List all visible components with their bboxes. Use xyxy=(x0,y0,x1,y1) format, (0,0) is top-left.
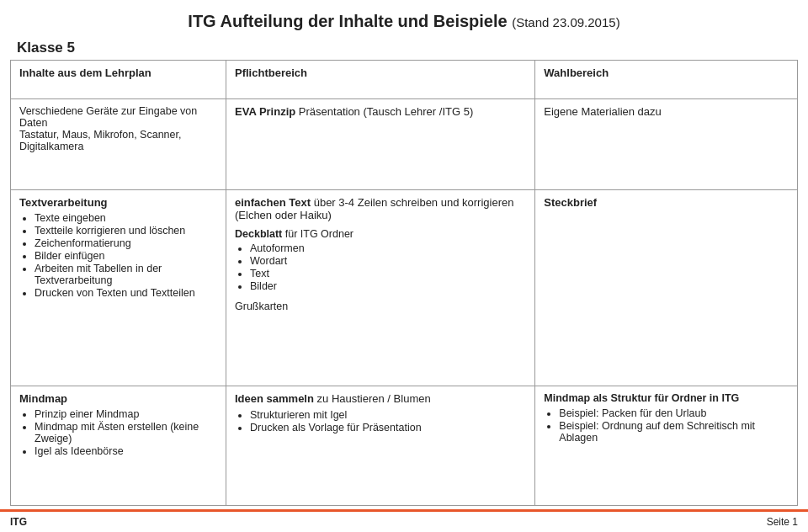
textverarbeitung-list: Texte eingeben Textteile korrigieren und… xyxy=(19,212,217,299)
list-item: Texte eingeben xyxy=(35,212,217,224)
mindmap-pflicht-cell: Ideen sammeln zu Haustieren / Blumen Str… xyxy=(226,386,535,506)
list-item: Zeichenformatierung xyxy=(35,237,217,249)
geraete-wahl-cell: Eigene Materialien dazu xyxy=(535,98,798,189)
mindmap-wahl-cell: Mindmap als Struktur für Ordner in ITG B… xyxy=(535,386,798,506)
list-item: Bilder xyxy=(250,280,526,292)
geraete-sub: Tastatur, Maus, Mikrofon, Scanner, Digit… xyxy=(19,129,217,152)
footer-right-text: Seite 1 xyxy=(767,516,798,528)
klasse-label: Klasse 5 xyxy=(0,36,808,60)
geraete-pflicht-cell: EVA Prinzip Präsentation (Tausch Lehrer … xyxy=(226,98,535,189)
content-table: Inhalte aus dem Lehrplan Pflichtbereich … xyxy=(10,60,798,506)
list-item: Autoformen xyxy=(250,242,526,254)
eigene-materialien-text: Eigene Materialien dazu xyxy=(544,105,661,118)
textverarbeitung-title: Textverarbeitung xyxy=(19,196,217,209)
list-item: Drucken von Texten und Textteilen xyxy=(35,287,217,299)
steckbrief-title: Steckbrief xyxy=(544,196,789,209)
list-item: Drucken als Vorlage für Präsentation xyxy=(250,422,526,434)
text-pflicht-cell: einfachen Text über 3-4 Zeilen schreiben… xyxy=(226,189,535,386)
row-geraete: Verschiedene Geräte zur Eingabe von Date… xyxy=(11,98,798,189)
geraete-title: Verschiedene Geräte zur Eingabe von Date… xyxy=(19,105,217,129)
row-mindmap: Mindmap Prinzip einer Mindmap Mindmap mi… xyxy=(11,386,798,506)
stand-text: (Stand 23.09.2015) xyxy=(512,15,619,29)
footer-left-text: ITG xyxy=(10,516,27,528)
list-item: Arbeiten mit Tabellen in der Textverarbe… xyxy=(35,263,217,286)
page-title: ITG Aufteilung der Inhalte und Beispiele… xyxy=(17,12,791,31)
page: ITG Aufteilung der Inhalte und Beispiele… xyxy=(0,0,808,532)
mindmap-list: Prinzip einer Mindmap Mindmap mit Ästen … xyxy=(19,408,217,457)
einfachen-text-block: einfachen Text über 3-4 Zeilen schreiben… xyxy=(235,196,526,221)
text-lehrplan-cell: Textverarbeitung Texte eingeben Textteil… xyxy=(11,189,226,386)
einfachen-bold: einfachen Text xyxy=(235,196,311,209)
ideen-bold: Ideen sammeln xyxy=(235,392,314,405)
wahl-header-text: Wahlbereich xyxy=(544,66,609,79)
col-lehrplan-header: Inhalte aus dem Lehrplan xyxy=(11,61,226,99)
row-textverarbeitung: Textverarbeitung Texte eingeben Textteil… xyxy=(11,189,798,386)
deckblatt-line: Deckblatt für ITG Ordner xyxy=(235,228,526,240)
list-item: Textteile korrigieren und löschen xyxy=(35,225,217,237)
ideen-sammeln-block: Ideen sammeln zu Haustieren / Blumen xyxy=(235,392,526,405)
mindmap-wahl-list: Beispiel: Packen für den Urlaub Beispiel… xyxy=(544,407,789,444)
lehrplan-header-text: Inhalte aus dem Lehrplan xyxy=(19,66,152,79)
header-row: Inhalte aus dem Lehrplan Pflichtbereich … xyxy=(11,61,798,99)
mindmap-title: Mindmap xyxy=(19,392,217,405)
list-item: Mindmap mit Ästen erstellen (keine Zweig… xyxy=(35,421,217,444)
list-item: Beispiel: Ordnung auf dem Schreitisch mi… xyxy=(559,420,789,444)
page-footer: ITG Seite 1 xyxy=(0,509,808,532)
col-wahl-header: Wahlbereich xyxy=(535,61,798,99)
list-item: Igel als Ideenbörse xyxy=(35,445,217,457)
list-item: Prinzip einer Mindmap xyxy=(35,408,217,420)
deckblatt-bold: Deckblatt xyxy=(235,228,282,240)
list-item: Bilder einfügen xyxy=(35,250,217,262)
klasse-value: Klasse 5 xyxy=(17,40,75,56)
list-item: Wordart xyxy=(250,255,526,267)
title-text: ITG Aufteilung der Inhalte und Beispiele xyxy=(188,12,507,30)
geraete-lehrplan-cell: Verschiedene Geräte zur Eingabe von Date… xyxy=(11,98,226,189)
page-header: ITG Aufteilung der Inhalte und Beispiele… xyxy=(0,0,808,36)
eva-bold: EVA Prinzip xyxy=(235,105,295,118)
eva-text: Präsentation (Tausch Lehrer /ITG 5) xyxy=(295,105,473,118)
deckblatt-list: Autoformen Wordart Text Bilder xyxy=(235,242,526,292)
gruss-label: Grußkarten xyxy=(235,301,526,312)
list-item: Text xyxy=(250,268,526,279)
col-pflicht-header: Pflichtbereich xyxy=(226,61,535,99)
pflicht-header-text: Pflichtbereich xyxy=(235,66,307,79)
list-item: Beispiel: Packen für den Urlaub xyxy=(559,407,789,419)
mindmap-lehrplan-cell: Mindmap Prinzip einer Mindmap Mindmap mi… xyxy=(11,386,226,506)
deckblatt-text: für ITG Ordner xyxy=(282,228,354,240)
ideen-list: Strukturieren mit Igel Drucken als Vorla… xyxy=(235,409,526,434)
text-wahl-cell: Steckbrief xyxy=(535,189,798,386)
list-item: Strukturieren mit Igel xyxy=(250,409,526,421)
mindmap-wahl-title: Mindmap als Struktur für Ordner in ITG xyxy=(544,392,789,404)
ideen-text: zu Haustieren / Blumen xyxy=(314,392,431,405)
